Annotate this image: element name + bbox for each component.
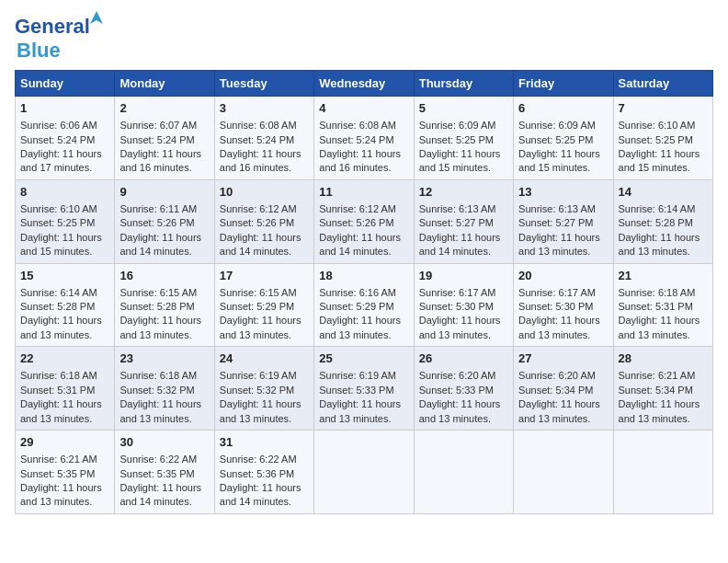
- calendar-cell: 10 Sunrise: 6:12 AM Sunset: 5:26 PM Dayl…: [214, 179, 313, 263]
- day-number: 22: [20, 350, 109, 367]
- calendar-cell: 25 Sunrise: 6:19 AM Sunset: 5:33 PM Dayl…: [314, 347, 414, 431]
- calendar-week-row: 8 Sunrise: 6:10 AM Sunset: 5:25 PM Dayli…: [16, 179, 713, 263]
- calendar-cell: 28 Sunrise: 6:21 AM Sunset: 5:34 PM Dayl…: [613, 347, 712, 431]
- calendar-cell: [414, 431, 513, 514]
- sunrise-label: Sunrise: 6:20 AM: [419, 370, 496, 381]
- day-number: 26: [419, 350, 508, 367]
- calendar-cell: 17 Sunrise: 6:15 AM Sunset: 5:29 PM Dayl…: [214, 263, 313, 347]
- sunrise-label: Sunrise: 6:19 AM: [220, 370, 297, 381]
- sunset-label: Sunset: 5:24 PM: [220, 134, 294, 145]
- day-number: 23: [119, 350, 209, 367]
- day-number: 12: [419, 184, 508, 201]
- sunset-label: Sunset: 5:33 PM: [419, 385, 494, 396]
- daylight-label: Daylight: 11 hours and 14 minutes.: [119, 482, 201, 507]
- sunset-label: Sunset: 5:36 PM: [220, 468, 294, 479]
- daylight-label: Daylight: 11 hours and 13 minutes.: [220, 398, 301, 423]
- sunrise-label: Sunrise: 6:14 AM: [20, 287, 97, 298]
- header-wednesday: Wednesday: [314, 71, 414, 97]
- sunrise-label: Sunrise: 6:12 AM: [220, 203, 297, 214]
- daylight-label: Daylight: 11 hours and 15 minutes.: [419, 148, 501, 173]
- sunrise-label: Sunrise: 6:18 AM: [619, 287, 696, 298]
- calendar-cell: 14 Sunrise: 6:14 AM Sunset: 5:28 PM Dayl…: [613, 179, 712, 263]
- sunset-label: Sunset: 5:29 PM: [220, 301, 294, 312]
- daylight-label: Daylight: 11 hours and 15 minutes.: [20, 232, 102, 257]
- day-number: 15: [20, 268, 109, 284]
- sunset-label: Sunset: 5:25 PM: [619, 134, 693, 145]
- header-friday: Friday: [514, 71, 613, 97]
- sunset-label: Sunset: 5:26 PM: [319, 217, 393, 228]
- logo-bird-icon: [86, 7, 107, 28]
- calendar-cell: [514, 431, 613, 514]
- calendar-week-row: 1 Sunrise: 6:06 AM Sunset: 5:24 PM Dayli…: [16, 97, 713, 180]
- sunrise-label: Sunrise: 6:06 AM: [20, 120, 97, 131]
- calendar-cell: [314, 431, 414, 514]
- sunrise-label: Sunrise: 6:15 AM: [119, 287, 197, 298]
- calendar-cell: 9 Sunrise: 6:11 AM Sunset: 5:26 PM Dayli…: [115, 179, 214, 263]
- sunrise-label: Sunrise: 6:21 AM: [20, 454, 97, 465]
- daylight-label: Daylight: 11 hours and 13 minutes.: [20, 482, 102, 507]
- calendar-week-row: 15 Sunrise: 6:14 AM Sunset: 5:28 PM Dayl…: [16, 263, 713, 347]
- daylight-label: Daylight: 11 hours and 16 minutes.: [119, 148, 201, 173]
- day-number: 19: [419, 268, 508, 284]
- calendar-cell: 2 Sunrise: 6:07 AM Sunset: 5:24 PM Dayli…: [115, 97, 214, 180]
- sunset-label: Sunset: 5:25 PM: [518, 134, 593, 145]
- daylight-label: Daylight: 11 hours and 13 minutes.: [119, 398, 201, 423]
- sunset-label: Sunset: 5:32 PM: [220, 385, 294, 396]
- calendar-cell: 22 Sunrise: 6:18 AM Sunset: 5:31 PM Dayl…: [16, 347, 115, 431]
- calendar-table: SundayMondayTuesdayWednesdayThursdayFrid…: [15, 70, 713, 514]
- daylight-label: Daylight: 11 hours and 13 minutes.: [220, 315, 301, 339]
- calendar-cell: 23 Sunrise: 6:18 AM Sunset: 5:32 PM Dayl…: [115, 347, 214, 431]
- sunrise-label: Sunrise: 6:18 AM: [119, 370, 197, 381]
- header-saturday: Saturday: [613, 71, 712, 97]
- sunrise-label: Sunrise: 6:19 AM: [319, 370, 396, 381]
- header-thursday: Thursday: [414, 71, 513, 97]
- daylight-label: Daylight: 11 hours and 14 minutes.: [419, 232, 501, 257]
- daylight-label: Daylight: 11 hours and 13 minutes.: [20, 398, 102, 423]
- daylight-label: Daylight: 11 hours and 15 minutes.: [518, 148, 600, 173]
- calendar-cell: 6 Sunrise: 6:09 AM Sunset: 5:25 PM Dayli…: [514, 97, 613, 180]
- calendar-week-row: 29 Sunrise: 6:21 AM Sunset: 5:35 PM Dayl…: [16, 431, 713, 514]
- day-number: 18: [319, 268, 408, 284]
- calendar-header-row: SundayMondayTuesdayWednesdayThursdayFrid…: [16, 71, 713, 97]
- sunrise-label: Sunrise: 6:11 AM: [119, 203, 197, 214]
- daylight-label: Daylight: 11 hours and 13 minutes.: [619, 232, 700, 257]
- daylight-label: Daylight: 11 hours and 13 minutes.: [20, 315, 102, 339]
- sunrise-label: Sunrise: 6:21 AM: [619, 370, 696, 381]
- day-number: 16: [119, 268, 209, 284]
- calendar-cell: [613, 431, 712, 514]
- svg-marker-0: [90, 11, 103, 24]
- day-number: 24: [220, 350, 309, 367]
- day-number: 28: [619, 350, 708, 367]
- sunrise-label: Sunrise: 6:08 AM: [319, 120, 396, 131]
- calendar-cell: 5 Sunrise: 6:09 AM Sunset: 5:25 PM Dayli…: [414, 97, 513, 180]
- daylight-label: Daylight: 11 hours and 14 minutes.: [220, 232, 301, 257]
- sunset-label: Sunset: 5:28 PM: [619, 217, 693, 228]
- sunset-label: Sunset: 5:32 PM: [119, 385, 194, 396]
- sunrise-label: Sunrise: 6:09 AM: [518, 120, 596, 131]
- sunset-label: Sunset: 5:27 PM: [419, 217, 494, 228]
- sunset-label: Sunset: 5:34 PM: [619, 385, 693, 396]
- day-number: 29: [20, 434, 109, 451]
- sunset-label: Sunset: 5:31 PM: [20, 385, 95, 396]
- sunset-label: Sunset: 5:28 PM: [20, 301, 95, 312]
- daylight-label: Daylight: 11 hours and 14 minutes.: [119, 232, 201, 257]
- sunrise-label: Sunrise: 6:08 AM: [220, 120, 297, 131]
- sunrise-label: Sunrise: 6:17 AM: [419, 287, 496, 298]
- sunset-label: Sunset: 5:24 PM: [319, 134, 393, 145]
- header-sunday: Sunday: [16, 71, 115, 97]
- sunrise-label: Sunrise: 6:13 AM: [518, 203, 596, 214]
- calendar-cell: 24 Sunrise: 6:19 AM Sunset: 5:32 PM Dayl…: [214, 347, 313, 431]
- day-number: 25: [319, 350, 408, 367]
- daylight-label: Daylight: 11 hours and 14 minutes.: [220, 482, 301, 507]
- calendar-cell: 26 Sunrise: 6:20 AM Sunset: 5:33 PM Dayl…: [414, 347, 513, 431]
- sunrise-label: Sunrise: 6:15 AM: [220, 287, 297, 298]
- day-number: 17: [220, 268, 309, 284]
- day-number: 30: [119, 434, 209, 451]
- daylight-label: Daylight: 11 hours and 13 minutes.: [619, 398, 700, 423]
- sunset-label: Sunset: 5:28 PM: [119, 301, 194, 312]
- daylight-label: Daylight: 11 hours and 13 minutes.: [419, 398, 501, 423]
- day-number: 11: [319, 184, 408, 201]
- sunset-label: Sunset: 5:31 PM: [619, 301, 693, 312]
- day-number: 21: [619, 268, 708, 284]
- sunrise-label: Sunrise: 6:10 AM: [619, 120, 696, 131]
